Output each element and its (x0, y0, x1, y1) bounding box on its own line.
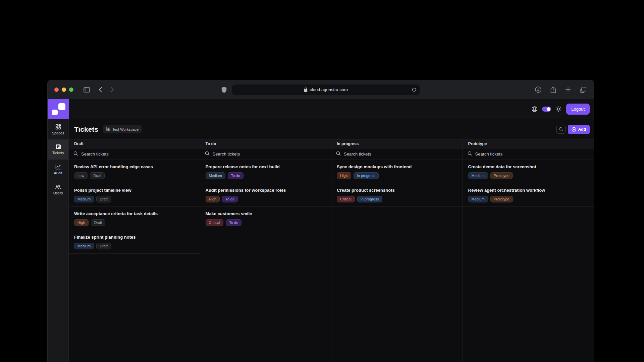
share-icon[interactable] (550, 86, 556, 93)
tag-row: Medium Prototype (468, 196, 589, 202)
column-search (200, 148, 331, 160)
new-tab-icon[interactable] (565, 87, 571, 93)
column-header: In progress (331, 139, 463, 148)
card-title: Create demo data for screenshot (468, 164, 589, 169)
column-draft: Draft Review API error handling edge cas… (69, 139, 200, 362)
column-todo: To do Prepare release notes for next bui… (200, 139, 332, 362)
card-title: Write acceptance criteria for task detai… (74, 211, 195, 216)
search-icon (205, 151, 210, 157)
app-header: Logout (48, 99, 594, 119)
card-tag: Medium (468, 172, 488, 179)
card-tag: High (337, 172, 351, 179)
tag-row: Low Draft (74, 172, 195, 179)
card-tag: Prototype (490, 172, 513, 179)
card-tag: In progress (354, 172, 379, 179)
search-input[interactable] (213, 152, 327, 157)
app-logo[interactable] (48, 99, 69, 119)
column-header: Draft (69, 139, 200, 148)
sidebar-item-tickets[interactable]: Tickets (48, 139, 68, 160)
forward-icon[interactable] (110, 87, 114, 93)
sidebar-item-label: Audit (54, 171, 62, 175)
ticket-card[interactable]: Prepare release notes for next build Med… (200, 160, 331, 183)
main-area: Tickets Test Workspace (69, 119, 594, 362)
sidebar-item-users[interactable]: Users (48, 180, 68, 200)
sun-icon[interactable] (556, 106, 561, 112)
ticket-card[interactable]: Sync design mockups with frontend High I… (331, 160, 463, 183)
app-body: Spaces Tickets (48, 119, 594, 362)
column-in-progress: In progress Sync design mockups with fro… (331, 139, 463, 362)
card-tag: Medium (74, 196, 94, 202)
search-icon (336, 151, 341, 157)
tab-overview-icon[interactable] (580, 87, 586, 93)
column-prototype: Prototype Create demo data for screensho… (463, 139, 594, 362)
browser-toolbar: cloud.agenstra.com (48, 80, 594, 99)
tag-row: High In progress (337, 172, 457, 179)
column-header: Prototype (463, 139, 594, 148)
ticket-card[interactable]: Polish project timeline view Medium Draf… (69, 183, 200, 207)
ticket-card[interactable]: Audit permissions for workspace roles Hi… (200, 183, 331, 207)
ticket-card[interactable]: Write acceptance criteria for task detai… (69, 207, 200, 230)
add-button[interactable]: Add (568, 125, 590, 134)
card-tag: Draft (90, 172, 105, 179)
minimize-button[interactable] (62, 87, 66, 92)
close-button[interactable] (54, 87, 59, 92)
column-search (463, 148, 594, 160)
page-actions: Add (556, 125, 590, 134)
ticket-card[interactable]: Review API error handling edge cases Low… (69, 160, 200, 183)
search-icon (73, 151, 78, 157)
sidebar-item-label: Spaces (52, 131, 64, 135)
ticket-card[interactable]: Create demo data for screenshot Medium P… (463, 160, 594, 183)
theme-toggle[interactable] (542, 107, 551, 112)
tag-row: Medium To do (206, 172, 326, 179)
card-tag: Medium (206, 172, 225, 179)
toggle-knob (547, 107, 550, 111)
logo-square-icon (58, 103, 65, 110)
sidebar-item-audit[interactable]: Audit (48, 160, 68, 180)
header-controls: Logout (532, 104, 594, 115)
page-title: Tickets (74, 125, 98, 133)
ticket-card[interactable]: Create product screenshots Critical In p… (331, 183, 463, 207)
tag-row: Critical In progress (337, 196, 457, 202)
logout-button[interactable]: Logout (566, 104, 590, 115)
logo-square-icon (52, 110, 58, 115)
card-tag: Low (74, 172, 88, 179)
globe-icon[interactable] (532, 106, 537, 112)
ticket-card[interactable]: Make customers smile Critical To do (200, 207, 331, 230)
sidebar-item-label: Tickets (52, 151, 64, 155)
back-icon[interactable] (99, 87, 102, 93)
download-icon[interactable] (535, 86, 541, 93)
card-title: Prepare release notes for next build (206, 164, 326, 169)
sidebar: Spaces Tickets (48, 119, 69, 362)
sidebar-item-label: Users (53, 191, 63, 195)
sidebar-toggle-icon[interactable] (84, 87, 90, 93)
search-input[interactable] (475, 152, 589, 157)
sidebar-item-spaces[interactable]: Spaces (48, 119, 68, 139)
add-button-label: Add (578, 127, 586, 132)
lock-icon (304, 87, 307, 92)
address-area: cloud.agenstra.com (222, 84, 420, 95)
tag-row: Medium Draft (74, 243, 195, 249)
card-title: Polish project timeline view (74, 188, 195, 193)
card-tag: Critical (206, 219, 224, 226)
workspace-badge[interactable]: Test Workspace (103, 125, 142, 133)
card-tag: High (206, 196, 220, 202)
search-input[interactable] (81, 152, 195, 157)
zoom-button[interactable] (69, 87, 73, 92)
ticket-card[interactable]: Finalize sprint planning notes Medium Dr… (69, 230, 200, 254)
card-tag: Critical (337, 196, 355, 202)
card-tag: Medium (468, 196, 488, 202)
address-bar[interactable]: cloud.agenstra.com (232, 84, 420, 95)
card-title: Make customers smile (206, 211, 326, 216)
browser-window: cloud.agenstra.com (48, 80, 594, 362)
search-input[interactable] (344, 152, 458, 157)
tag-row: Medium Prototype (468, 172, 589, 179)
card-title: Review API error handling edge cases (74, 164, 195, 169)
reload-icon[interactable] (412, 87, 417, 92)
shield-icon[interactable] (222, 87, 227, 93)
card-tag: Medium (74, 243, 94, 249)
search-button[interactable] (556, 125, 566, 134)
users-icon (55, 184, 61, 190)
search-icon (468, 151, 472, 157)
traffic-lights (54, 87, 73, 92)
ticket-card[interactable]: Review agent orchestration workflow Medi… (463, 183, 594, 207)
